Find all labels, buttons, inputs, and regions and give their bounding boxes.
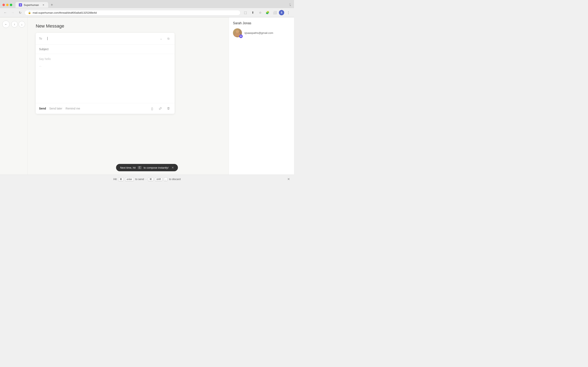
cmd-key: ⌘ (118, 177, 123, 181)
toast-message-suffix: to compose instantly! (144, 166, 168, 169)
tab-label: Superhuman (24, 3, 39, 7)
cast-icon[interactable]: ⬚ (242, 9, 249, 16)
main-content: New Message To ⌄ ⧉ Say hello . (27, 17, 229, 184)
compose-toolbar: Send Send later Remind me {} (36, 103, 174, 114)
sidebar-icon[interactable]: ⬜ (272, 9, 278, 16)
share-icon[interactable]: ⬆ (250, 9, 256, 16)
shortcut-bar-close[interactable]: ✕ (287, 177, 290, 181)
expand-recipients-button[interactable]: ⌄ (158, 36, 164, 42)
back-button[interactable]: ← (2, 10, 8, 16)
to-field[interactable]: To ⌄ ⧉ (36, 33, 174, 44)
address-bar[interactable]: 🔒 mail.superhuman.com/thread/draft00a8a6… (25, 10, 241, 16)
toast-notification: Next time, hit C to compose instantly! ✕ (116, 164, 178, 171)
browser-actions: ⬚ ⬆ ☆ 🧩 ⬜ S ⋮ (242, 9, 292, 16)
extensions-icon[interactable]: 🧩 (264, 9, 271, 16)
nav-down-button[interactable]: ↓ (18, 21, 25, 27)
contact-avatar (233, 28, 242, 37)
maximize-button[interactable] (10, 4, 12, 6)
contact-section: Sarah Jonas sjsaaspaths@gmail.com (233, 21, 290, 37)
contact-badge (239, 34, 243, 38)
cmd-key-2: ⌘ (148, 177, 153, 181)
minimize-button[interactable] (6, 4, 9, 6)
bookmark-icon[interactable]: ☆ (257, 9, 263, 16)
app-layout: ← ↑ ↓ New Message To ⌄ ⧉ (0, 17, 294, 184)
shortcut-hit-label: Hit (113, 178, 117, 181)
toast-message-prefix: Next time, hit (120, 166, 136, 169)
to-label: To (39, 37, 47, 40)
to-send-label: to send (135, 178, 144, 181)
to-field-actions: ⌄ ⧉ (158, 36, 171, 42)
shift-key: shift (155, 177, 162, 181)
contact-name: Sarah Jonas (233, 21, 290, 25)
subject-field[interactable] (36, 44, 174, 54)
svg-point-1 (241, 36, 241, 37)
body-ellipsis: ... (39, 64, 171, 67)
send-later-button[interactable]: Send later (49, 107, 62, 110)
delete-draft-button[interactable] (165, 106, 171, 111)
right-panel: Sarah Jonas sjsaaspaths@gmail.com SUPERH… (229, 17, 294, 184)
code-format-button[interactable]: {} (149, 106, 155, 111)
compose-box: To ⌄ ⧉ Say hello ... Send (36, 33, 174, 114)
lock-icon: 🔒 (28, 11, 31, 14)
subject-input[interactable] (39, 48, 171, 51)
tab-bar: 4 Superhuman ✕ + ⌄ (0, 0, 294, 8)
contact-info: sjsaaspaths@gmail.com (233, 28, 290, 37)
address-bar-row: ← → ↻ 🔒 mail.superhuman.com/thread/draft… (0, 8, 294, 17)
send-button[interactable]: Send (39, 107, 46, 110)
remind-me-button[interactable]: Remind me (66, 107, 80, 110)
shortcut-bar: Hit ⌘ enter to send · ⌘ shift , to disca… (0, 175, 294, 184)
forward-button[interactable]: → (10, 10, 16, 16)
compose-toolbar-right: {} (149, 106, 171, 111)
comma-key: , (164, 177, 167, 181)
nav-arrows: ↑ ↓ (11, 21, 25, 27)
new-tab-button[interactable]: + (49, 2, 55, 8)
traffic-lights (2, 4, 12, 6)
body-placeholder: Say hello (39, 57, 171, 60)
left-sidebar: ← ↑ ↓ (0, 17, 27, 184)
link-button[interactable] (157, 106, 163, 111)
separator: · (146, 178, 146, 181)
copy-recipients-button[interactable]: ⧉ (165, 36, 171, 42)
active-tab[interactable]: 4 Superhuman ✕ (16, 2, 48, 8)
reload-button[interactable]: ↻ (17, 10, 23, 16)
toast-shortcut-key: C (138, 166, 141, 169)
text-cursor (47, 37, 48, 40)
url-text: mail.superhuman.com/thread/draft00a8a613… (33, 11, 97, 14)
tab-close-button[interactable]: ✕ (42, 3, 45, 7)
contact-email: sjsaaspaths@gmail.com (244, 31, 273, 34)
tab-favicon: 4 (19, 3, 22, 7)
page-title: New Message (36, 24, 221, 29)
profile-avatar[interactable]: S (279, 10, 284, 15)
nav-up-button[interactable]: ↑ (11, 21, 18, 27)
compose-body[interactable]: Say hello ... (36, 54, 174, 103)
nav-back-button[interactable]: ← (2, 21, 9, 28)
enter-key: enter (125, 177, 134, 181)
toast-close-button[interactable]: ✕ (172, 166, 174, 169)
close-button[interactable] (2, 4, 5, 6)
menu-icon[interactable]: ⋮ (285, 9, 292, 16)
to-discard-label: to discard (169, 178, 181, 181)
